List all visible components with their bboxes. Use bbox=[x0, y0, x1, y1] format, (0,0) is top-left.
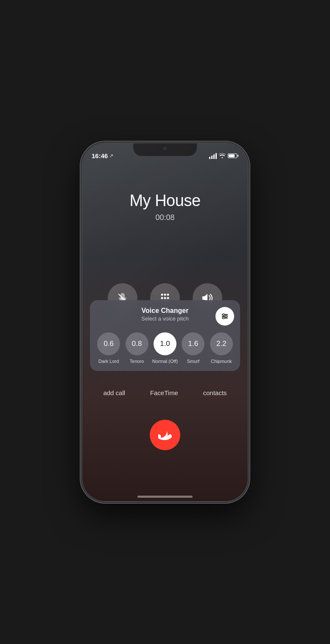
facetime-label: FaceTime bbox=[150, 389, 178, 396]
pitch-circle-tenoro: 0.8 bbox=[126, 332, 148, 355]
svg-point-6 bbox=[167, 297, 169, 299]
pitch-value-tenoro: 0.8 bbox=[132, 340, 142, 348]
pitch-circle-dark-lord: 0.6 bbox=[97, 332, 120, 355]
battery-icon bbox=[228, 153, 238, 158]
status-time: 16:46 bbox=[92, 152, 108, 159]
pitch-circle-normal: 1.0 bbox=[154, 332, 176, 355]
svg-point-14 bbox=[225, 315, 227, 317]
phone-screen: 16:46 ↗ bbox=[82, 143, 248, 501]
popup-header: Voice Changer Select a voice pitch bbox=[96, 307, 234, 326]
call-content: My House 00:08 bbox=[82, 162, 248, 222]
pitch-chipmunk[interactable]: 2.2 Chipmunk bbox=[209, 332, 234, 364]
voice-changer-popup: Voice Changer Select a voice pitch bbox=[90, 300, 240, 371]
pitch-tenoro[interactable]: 0.8 Tenoro bbox=[124, 332, 149, 364]
svg-point-15 bbox=[223, 317, 224, 319]
pitch-label-chipmunk: Chipmunk bbox=[211, 359, 232, 364]
pitch-label-tenoro: Tenoro bbox=[130, 359, 144, 364]
pitch-circle-smurf: 1.6 bbox=[182, 332, 204, 355]
end-call-icon bbox=[158, 428, 172, 442]
pitch-normal[interactable]: 1.0 Normal (Off) bbox=[152, 332, 178, 364]
pitch-label-smurf: Smurf bbox=[187, 359, 199, 364]
svg-point-4 bbox=[161, 297, 163, 299]
add-call-button[interactable]: add call bbox=[103, 389, 125, 396]
svg-point-5 bbox=[164, 297, 166, 299]
svg-point-2 bbox=[164, 293, 166, 296]
home-indicator bbox=[137, 496, 193, 498]
pitch-smurf[interactable]: 1.6 Smurf bbox=[180, 332, 206, 364]
pitch-value-chipmunk: 2.2 bbox=[216, 340, 227, 348]
popup-title-section: Voice Changer Select a voice pitch bbox=[115, 307, 215, 322]
popup-title: Voice Changer bbox=[115, 307, 215, 315]
svg-point-3 bbox=[167, 293, 169, 296]
notch bbox=[133, 143, 197, 156]
pitch-value-dark-lord: 0.6 bbox=[103, 340, 114, 348]
pitch-value-smurf: 1.6 bbox=[188, 340, 199, 348]
end-call-button[interactable] bbox=[150, 420, 180, 450]
status-icons bbox=[209, 153, 238, 159]
pitch-label-normal: Normal (Off) bbox=[152, 359, 178, 364]
contacts-label: contacts bbox=[203, 389, 227, 396]
signal-icon bbox=[209, 153, 217, 159]
phone-frame: 16:46 ↗ bbox=[82, 143, 248, 501]
contacts-button[interactable]: contacts bbox=[203, 389, 227, 396]
svg-point-13 bbox=[223, 314, 224, 315]
settings-button[interactable] bbox=[215, 307, 234, 326]
facetime-button[interactable]: FaceTime bbox=[150, 389, 178, 396]
caller-name: My House bbox=[129, 192, 200, 210]
settings-icon bbox=[221, 312, 229, 321]
add-call-label: add call bbox=[103, 389, 125, 396]
pitch-value-normal: 1.0 bbox=[160, 340, 170, 348]
pitch-dark-lord[interactable]: 0.6 Dark Lord bbox=[96, 332, 121, 364]
pitch-options: 0.6 Dark Lord 0.8 Tenoro 1.0 Normal ( bbox=[96, 332, 234, 364]
call-duration: 00:08 bbox=[155, 213, 174, 222]
pitch-circle-chipmunk: 2.2 bbox=[210, 332, 233, 355]
location-icon: ↗ bbox=[109, 153, 113, 159]
wifi-icon bbox=[219, 153, 226, 159]
pitch-label-dark-lord: Dark Lord bbox=[98, 359, 119, 364]
svg-point-1 bbox=[161, 293, 163, 296]
bottom-actions: add call FaceTime contacts bbox=[82, 389, 248, 396]
popup-subtitle: Select a voice pitch bbox=[115, 315, 215, 322]
